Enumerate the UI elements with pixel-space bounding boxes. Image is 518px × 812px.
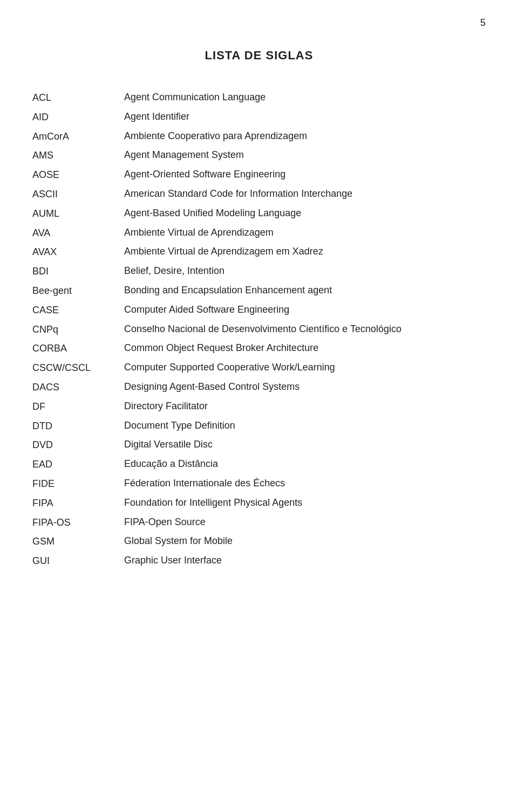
acronym-value: Belief, Desire, Intention	[124, 263, 496, 279]
acronym-value: Graphic User Interface	[124, 553, 496, 568]
acronym-value: Ambiente Virtual de Aprendizagem	[124, 225, 496, 240]
list-item: AIDAgent Identifier	[32, 109, 496, 125]
acronym-key: AVAX	[32, 244, 124, 260]
acronym-key: AID	[32, 109, 124, 125]
acronym-value: Digital Versatile Disc	[124, 437, 496, 452]
list-item: CNPqConselho Nacional de Desenvolvimento…	[32, 321, 496, 338]
list-item: FIPA-OSFIPA-Open Source	[32, 514, 496, 531]
list-item: CORBACommon Object Request Broker Archit…	[32, 340, 496, 356]
acronym-value: American Standard Code for Information I…	[124, 186, 496, 202]
acronym-value: Computer Aided Software Engineering	[124, 302, 496, 318]
acronym-value: Agent Communication Language	[124, 90, 496, 105]
acronym-key: CORBA	[32, 340, 124, 356]
acronym-key: CASE	[32, 302, 124, 318]
list-item: FIPAFoundation for Intelligent Physical …	[32, 495, 496, 511]
acronym-key: DF	[32, 398, 124, 415]
list-item: DVDDigital Versatile Disc	[32, 437, 496, 453]
list-item: AOSEAgent-Oriented Software Engineering	[32, 167, 496, 183]
list-item: EADEducação a Distância	[32, 456, 496, 472]
acronym-key: DVD	[32, 437, 124, 453]
acronym-key: AMS	[32, 147, 124, 163]
acronym-key: AOSE	[32, 167, 124, 183]
acronym-value: Directory Facilitator	[124, 398, 496, 414]
acronym-key: FIDE	[32, 476, 124, 492]
acronym-value: Agent-Oriented Software Engineering	[124, 167, 496, 182]
acronym-table: ACLAgent Communication LanguageAIDAgent …	[22, 90, 496, 569]
acronym-key: DTD	[32, 418, 124, 434]
page-number: 5	[480, 17, 486, 29]
list-item: DTDDocument Type Definition	[32, 418, 496, 434]
acronym-value: Educação a Distância	[124, 456, 496, 472]
list-item: ASCIIAmerican Standard Code for Informat…	[32, 186, 496, 202]
list-item: DFDirectory Facilitator	[32, 398, 496, 415]
acronym-key: GUI	[32, 553, 124, 569]
acronym-value: Ambiente Cooperativo para Aprendizagem	[124, 128, 496, 144]
acronym-key: DACS	[32, 379, 124, 395]
acronym-value: Féderation Internationale des Échecs	[124, 476, 496, 491]
acronym-key: CNPq	[32, 321, 124, 338]
acronym-key: GSM	[32, 533, 124, 549]
list-item: CASEComputer Aided Software Engineering	[32, 302, 496, 318]
acronym-value: Agent Identifier	[124, 109, 496, 125]
acronym-key: AmCorA	[32, 128, 124, 144]
acronym-key: CSCW/CSCL	[32, 360, 124, 376]
acronym-value: Computer Supported Cooperative Work/Lear…	[124, 360, 496, 375]
page-title: LISTA DE SIGLAS	[0, 49, 518, 63]
acronym-key: ASCII	[32, 186, 124, 202]
list-item: AVAXAmbiente Virtual de Aprendizagem em …	[32, 244, 496, 260]
acronym-key: EAD	[32, 456, 124, 472]
list-item: AMSAgent Management System	[32, 147, 496, 163]
list-item: Bee-gentBonding and Encapsulation Enhanc…	[32, 283, 496, 299]
acronym-key: BDI	[32, 263, 124, 279]
acronym-value: Document Type Definition	[124, 418, 496, 433]
acronym-key: Bee-gent	[32, 283, 124, 299]
acronym-value: Common Object Request Broker Architectur…	[124, 340, 496, 356]
acronym-value: Global System for Mobile	[124, 533, 496, 549]
list-item: CSCW/CSCLComputer Supported Cooperative …	[32, 360, 496, 376]
acronym-value: Bonding and Encapsulation Enhancement ag…	[124, 283, 496, 298]
acronym-value: Foundation for Intelligent Physical Agen…	[124, 495, 496, 511]
acronym-key: AUML	[32, 205, 124, 222]
list-item: BDIBelief, Desire, Intention	[32, 263, 496, 279]
acronym-value: Designing Agent-Based Control Systems	[124, 379, 496, 395]
list-item: GSMGlobal System for Mobile	[32, 533, 496, 549]
list-item: FIDEFéderation Internationale des Échecs	[32, 476, 496, 492]
acronym-value: Agent Management System	[124, 147, 496, 163]
acronym-key: FIPA	[32, 495, 124, 511]
acronym-key: AVA	[32, 225, 124, 241]
list-item: DACSDesigning Agent-Based Control System…	[32, 379, 496, 395]
acronym-value: Conselho Nacional de Desenvolvimento Cie…	[124, 321, 496, 337]
list-item: GUIGraphic User Interface	[32, 553, 496, 569]
acronym-value: Agent-Based Unified Modeling Language	[124, 205, 496, 221]
acronym-key: FIPA-OS	[32, 514, 124, 531]
acronym-value: FIPA-Open Source	[124, 514, 496, 530]
acronym-value: Ambiente Virtual de Aprendizagem em Xadr…	[124, 244, 496, 259]
list-item: AmCorAAmbiente Cooperativo para Aprendiz…	[32, 128, 496, 144]
acronym-key: ACL	[32, 90, 124, 106]
list-item: AUMLAgent-Based Unified Modeling Languag…	[32, 205, 496, 222]
list-item: ACLAgent Communication Language	[32, 90, 496, 106]
list-item: AVAAmbiente Virtual de Aprendizagem	[32, 225, 496, 241]
